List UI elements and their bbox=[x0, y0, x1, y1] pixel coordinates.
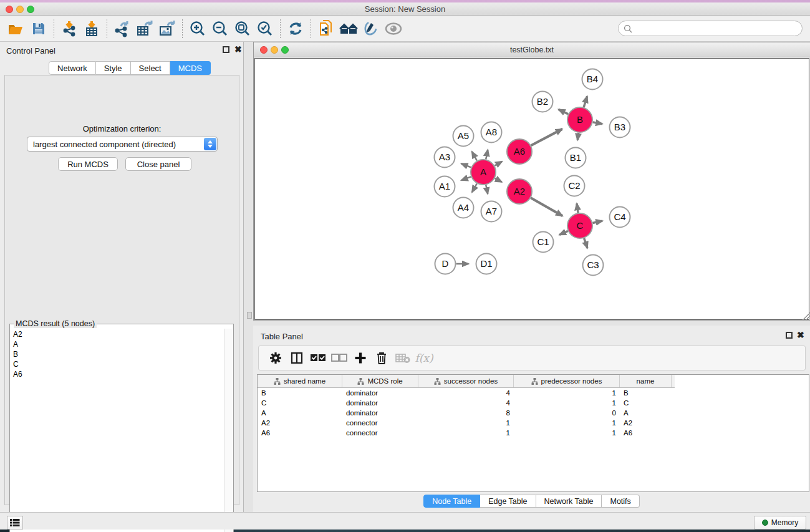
tab-mcds[interactable]: MCDS bbox=[170, 61, 211, 75]
export-network-button[interactable] bbox=[111, 18, 133, 39]
edge-C-C3[interactable] bbox=[584, 238, 587, 248]
select-all-button[interactable] bbox=[307, 349, 329, 367]
network-canvas[interactable]: B4B2BB3A8A5A6A3B1AA1C2A2A4A7C4CC1C3DD1 bbox=[254, 58, 809, 320]
run-mcds-button[interactable]: Run MCDS bbox=[58, 157, 118, 171]
criterion-dropdown[interactable]: largest connected component (directed) bbox=[27, 137, 218, 152]
node-A4[interactable]: A4 bbox=[453, 198, 474, 218]
import-network-button[interactable] bbox=[58, 18, 80, 39]
node-D1[interactable]: D1 bbox=[476, 254, 497, 274]
show-graphics-button[interactable] bbox=[382, 18, 405, 39]
mcds-result-item[interactable]: A6 bbox=[11, 369, 222, 379]
node-A5[interactable]: A5 bbox=[453, 126, 474, 147]
hide-annotations-button[interactable] bbox=[360, 18, 382, 39]
float-table-panel-icon[interactable] bbox=[786, 332, 793, 339]
column-header-predecessor-nodes[interactable]: predecessor nodes bbox=[514, 375, 620, 387]
table-row[interactable]: Adominator80A bbox=[258, 408, 809, 418]
open-file-button[interactable] bbox=[5, 18, 27, 39]
export-image-button[interactable] bbox=[156, 18, 178, 39]
node-A1[interactable]: A1 bbox=[435, 177, 455, 197]
mcds-scrollbar[interactable] bbox=[224, 329, 233, 532]
delete-table-button[interactable] bbox=[392, 349, 413, 367]
edge-A-A7[interactable] bbox=[486, 185, 488, 195]
edge-C-C2[interactable] bbox=[577, 203, 578, 213]
float-panel-icon[interactable] bbox=[223, 46, 229, 53]
vertical-splitter-grip[interactable] bbox=[247, 312, 252, 319]
edge-A-A1[interactable] bbox=[461, 177, 471, 180]
node-D[interactable]: D bbox=[435, 254, 456, 274]
edge-B-B2[interactable] bbox=[559, 109, 568, 114]
table-row[interactable]: Bdominator41B bbox=[258, 388, 809, 398]
edge-A-A8[interactable] bbox=[486, 150, 488, 159]
zoom-selected-button[interactable] bbox=[254, 18, 276, 39]
mcds-result-item[interactable]: A2 bbox=[11, 329, 222, 339]
node-C3[interactable]: C3 bbox=[583, 255, 604, 276]
refresh-button[interactable] bbox=[284, 18, 307, 39]
search-input[interactable] bbox=[635, 24, 797, 33]
edge-A-A3[interactable] bbox=[461, 163, 471, 167]
resize-corner-handle[interactable] bbox=[803, 312, 810, 320]
node-C1[interactable]: C1 bbox=[533, 232, 554, 253]
edge-B-B1[interactable] bbox=[577, 133, 578, 140]
edge-A2-C[interactable] bbox=[531, 198, 562, 216]
mcds-result-item[interactable]: A bbox=[11, 339, 222, 349]
node-B3[interactable]: B3 bbox=[610, 117, 630, 138]
tab-style[interactable]: Style bbox=[96, 61, 131, 75]
column-header-successor-nodes[interactable]: successor nodes bbox=[418, 375, 514, 387]
clone-network-button[interactable] bbox=[315, 18, 337, 39]
edge-B-B3[interactable] bbox=[593, 122, 602, 124]
node-B1[interactable]: B1 bbox=[566, 148, 586, 168]
deselect-all-button[interactable] bbox=[329, 349, 350, 367]
edge-A-A2[interactable] bbox=[495, 178, 502, 182]
column-header-name[interactable]: name bbox=[620, 375, 672, 387]
search-field[interactable] bbox=[618, 21, 803, 36]
add-column-button[interactable] bbox=[350, 349, 371, 367]
edge-C-C1[interactable] bbox=[559, 231, 568, 235]
tab-network[interactable]: Network bbox=[49, 61, 96, 75]
node-A2[interactable]: A2 bbox=[507, 179, 532, 204]
zoom-in-button[interactable] bbox=[186, 18, 209, 39]
function-builder-button[interactable]: f(x) bbox=[413, 349, 435, 367]
node-A6[interactable]: A6 bbox=[507, 139, 532, 164]
node-C4[interactable]: C4 bbox=[610, 207, 630, 228]
mcds-result-item[interactable]: C bbox=[11, 359, 222, 369]
table-row[interactable]: Cdominator41C bbox=[258, 398, 809, 408]
table-row[interactable]: A2connector11A2 bbox=[258, 418, 809, 428]
node-C[interactable]: C bbox=[567, 213, 592, 238]
tab-select[interactable]: Select bbox=[131, 61, 170, 75]
column-header-shared-name[interactable]: shared name bbox=[258, 375, 342, 387]
edge-C-C4[interactable] bbox=[593, 221, 603, 223]
settings-gear-button[interactable] bbox=[265, 349, 286, 367]
zoom-fit-button[interactable] bbox=[231, 18, 254, 39]
column-header-MCDS-role[interactable]: MCDS role bbox=[342, 375, 418, 387]
node-A8[interactable]: A8 bbox=[481, 122, 502, 143]
node-A7[interactable]: A7 bbox=[481, 201, 502, 222]
first-neighbors-button[interactable] bbox=[337, 18, 360, 39]
node-A[interactable]: A bbox=[471, 160, 496, 185]
task-history-button[interactable] bbox=[7, 516, 23, 530]
close-panel-button[interactable]: Close panel bbox=[125, 157, 191, 171]
import-table-button[interactable] bbox=[80, 18, 103, 39]
tab-motifs[interactable]: Motifs bbox=[602, 495, 639, 508]
delete-button[interactable] bbox=[371, 349, 392, 367]
memory-button[interactable]: Memory bbox=[754, 516, 806, 530]
zoom-out-button[interactable] bbox=[209, 18, 231, 39]
edge-B-B4[interactable] bbox=[584, 96, 587, 107]
edge-A-A5[interactable] bbox=[472, 152, 477, 161]
node-C2[interactable]: C2 bbox=[564, 176, 585, 196]
close-table-panel-icon[interactable]: ✖ bbox=[797, 330, 804, 340]
tab-node-table[interactable]: Node Table bbox=[423, 495, 480, 508]
tab-network-table[interactable]: Network Table bbox=[536, 495, 602, 508]
node-B[interactable]: B bbox=[567, 107, 592, 132]
edge-A6-B[interactable] bbox=[531, 129, 562, 145]
node-B4[interactable]: B4 bbox=[582, 69, 603, 90]
edge-A-A4[interactable] bbox=[472, 183, 477, 192]
table-row[interactable]: A6connector11A6 bbox=[258, 428, 809, 438]
save-session-button[interactable] bbox=[27, 18, 50, 39]
close-panel-icon[interactable]: ✖ bbox=[234, 44, 242, 54]
node-A3[interactable]: A3 bbox=[435, 147, 455, 168]
export-table-button[interactable] bbox=[133, 18, 156, 39]
edge-A-A6[interactable] bbox=[494, 162, 502, 166]
mcds-result-item[interactable]: B bbox=[11, 349, 222, 359]
tab-edge-table[interactable]: Edge Table bbox=[480, 495, 536, 508]
node-B2[interactable]: B2 bbox=[533, 92, 553, 112]
